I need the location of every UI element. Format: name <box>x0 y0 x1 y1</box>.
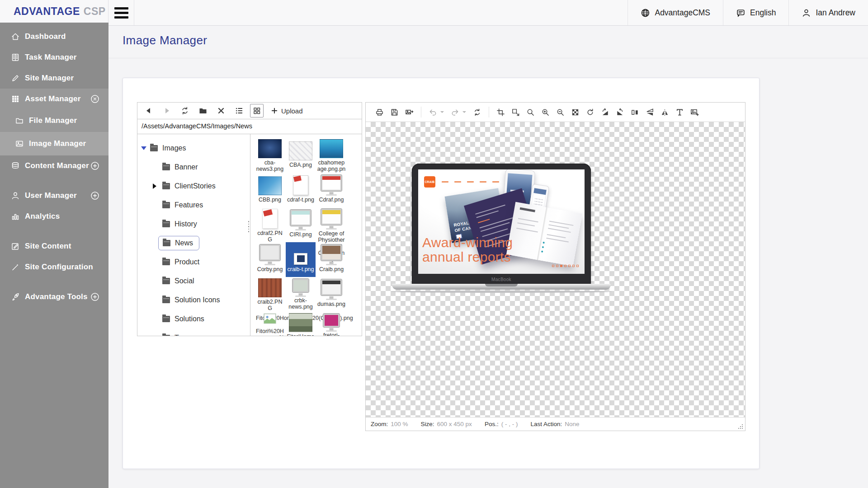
flip-vertical-button[interactable] <box>642 108 657 117</box>
editor-canvas[interactable]: CRAIB ROYAL BANK OF CANADA <box>366 122 745 417</box>
zoom-button[interactable] <box>523 108 538 117</box>
file-item[interactable]: cdraf2.PNG <box>255 207 285 242</box>
sidebar-item-dashboard[interactable]: Dashboard <box>0 26 108 47</box>
file-thumbnail <box>259 244 280 261</box>
sidebar-item-analytics[interactable]: Analytics <box>0 206 108 227</box>
tree-item-history[interactable]: History <box>137 215 250 234</box>
new-folder-button[interactable] <box>198 106 208 115</box>
back-button[interactable] <box>144 106 153 115</box>
file-item[interactable]: Corby.png <box>255 242 285 277</box>
hamburger-menu-button[interactable] <box>108 0 134 25</box>
file-item[interactable]: CIRI.png <box>286 207 316 242</box>
tree-item-features[interactable]: Features <box>137 196 250 215</box>
insert-image-button[interactable] <box>687 108 702 117</box>
file-thumbnail <box>292 279 309 292</box>
tree-item-social[interactable]: Social <box>137 272 250 291</box>
file-item[interactable]: cba-news3.png <box>255 138 285 173</box>
sidebar-item-asset-manager[interactable]: Asset Manager <box>0 89 108 109</box>
redo-button[interactable] <box>448 108 462 117</box>
zoom-value: 100 % <box>391 421 408 427</box>
tree-item-solutions[interactable]: Solutions <box>137 310 250 328</box>
print-button[interactable] <box>372 108 387 117</box>
laptop-screen: CRAIB ROYAL BANK OF CANADA <box>412 164 591 284</box>
expand-icon[interactable] <box>90 191 99 200</box>
sidebar-item-content-manager[interactable]: Content Manager <box>0 155 108 176</box>
file-item-selected[interactable]: craib-t.png <box>286 242 316 277</box>
logo-suffix-text: CSP <box>84 5 106 18</box>
file-item[interactable]: craib2.PNG <box>255 277 285 312</box>
file-item[interactable]: dumas.png <box>316 277 346 312</box>
file-item[interactable]: cbahomepage.png.png <box>316 138 346 173</box>
tree-item-news-selected[interactable]: News <box>137 234 250 253</box>
file-item[interactable]: CBA.png <box>286 138 316 173</box>
tree-item-product[interactable]: Product <box>137 253 250 272</box>
file-item[interactable]: FitoriHomepageCustom.png.png <box>286 312 316 336</box>
language-selector[interactable]: English <box>723 0 788 25</box>
crop-button[interactable] <box>493 108 508 117</box>
file-item[interactable]: Craib.png <box>316 242 346 277</box>
delete-button[interactable] <box>217 106 226 115</box>
language-icon <box>736 8 745 18</box>
sidebar-item-task-manager[interactable]: Task Manager <box>0 47 108 68</box>
position-value: ( - , - ) <box>501 421 518 427</box>
sidebar-item-site-configuration[interactable]: Site Configuration <box>0 257 108 277</box>
current-path[interactable]: /Assets/AdvantageCMS/Images/News <box>137 119 362 134</box>
page-title: Image Manager <box>123 33 207 47</box>
sidebar-item-file-manager[interactable]: File Manager <box>0 109 108 132</box>
tree-item-images[interactable]: Images <box>137 139 250 158</box>
sidebar-item-site-content[interactable]: Site Content <box>0 236 108 257</box>
rotate-right-button[interactable] <box>613 108 627 117</box>
tree-item-team[interactable]: Team <box>137 328 250 336</box>
refresh-button[interactable] <box>180 106 189 115</box>
sidebar-item-advantage-tools[interactable]: Advantage Tools <box>0 286 108 307</box>
chevron-down-icon[interactable] <box>141 146 146 153</box>
tree-splitter-handle[interactable] <box>248 221 250 235</box>
grid-view-button[interactable] <box>250 104 264 117</box>
list-view-button[interactable] <box>235 106 244 115</box>
collapse-icon[interactable] <box>90 94 99 103</box>
expand-icon[interactable] <box>90 161 99 170</box>
redo-dropdown-caret[interactable] <box>462 111 466 115</box>
sidebar-item-site-manager[interactable]: Site Manager <box>0 68 108 89</box>
tree-item-banner[interactable]: Banner <box>137 158 250 177</box>
panel-resize-handle[interactable] <box>737 423 743 429</box>
mirror-button[interactable] <box>657 108 672 117</box>
file-item[interactable]: Fitori%20Homepage%20(Custom).p <box>255 312 285 336</box>
new-folder-icon <box>198 106 208 115</box>
file-item[interactable]: CBB.png <box>255 173 285 207</box>
save-button[interactable] <box>387 108 402 117</box>
transparency-button[interactable] <box>568 108 583 117</box>
back-icon <box>144 106 153 115</box>
tree-item-solution-icons[interactable]: Solution Icons <box>137 291 250 310</box>
file-item[interactable]: Cdraf.png <box>316 173 346 207</box>
chevron-right-icon[interactable] <box>153 183 159 189</box>
site-selector[interactable]: AdvantageCMS <box>627 0 723 25</box>
resize-button[interactable] <box>508 108 523 117</box>
user-menu[interactable]: Ian Andrew <box>788 0 868 25</box>
file-item[interactable]: fretori-news.png <box>316 312 346 336</box>
sidebar-item-image-manager[interactable]: Image Manager <box>0 132 108 155</box>
tree-item-clientstories[interactable]: ClientStories <box>137 177 250 196</box>
export-image-button[interactable] <box>402 108 417 117</box>
macbook-label: MacBook <box>412 277 591 282</box>
zoom-out-button[interactable] <box>553 108 568 117</box>
upload-button[interactable]: Upload <box>271 107 303 115</box>
sidebar-item-label: Site Configuration <box>25 263 93 272</box>
file-item[interactable]: cdraf-t.png <box>286 173 316 207</box>
expand-icon[interactable] <box>90 292 99 301</box>
sidebar-item-user-manager[interactable]: User Manager <box>0 185 108 206</box>
undo-dropdown-caret[interactable] <box>440 111 444 115</box>
reset-button[interactable] <box>470 108 485 117</box>
file-item[interactable]: crbk-news.png <box>286 277 316 312</box>
undo-button[interactable] <box>425 108 440 117</box>
flip-horizontal-button[interactable] <box>627 108 642 117</box>
rotate-icon <box>586 108 594 117</box>
text-button[interactable] <box>672 108 687 117</box>
rotate-button[interactable] <box>583 108 598 117</box>
headline-text: Award-winning annual reports <box>422 235 513 264</box>
forward-button[interactable] <box>162 106 171 115</box>
export-image-icon <box>405 108 414 117</box>
zoom-in-button[interactable] <box>538 108 553 117</box>
rotate-left-button[interactable] <box>598 108 613 117</box>
file-item[interactable]: College of Physiotherapists of Ontario.p… <box>316 207 346 242</box>
